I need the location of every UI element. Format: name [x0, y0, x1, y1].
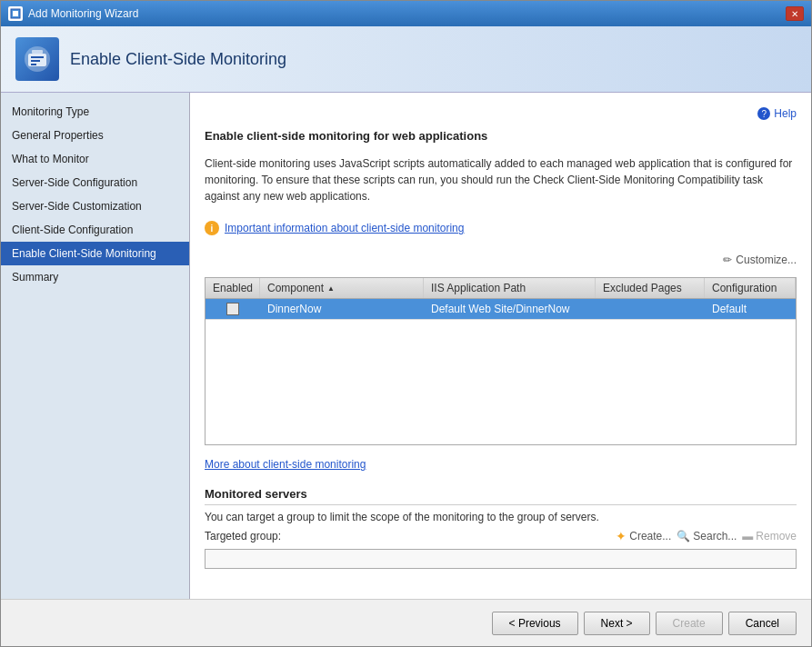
description: Client-side monitoring uses JavaScript s…: [205, 155, 797, 204]
svg-rect-7: [31, 64, 36, 65]
section-title: Enable client-side monitoring for web ap…: [205, 129, 797, 143]
svg-rect-4: [32, 50, 43, 54]
customize-row: ✏ Customize...: [205, 254, 797, 266]
help-circle-icon: ?: [757, 107, 770, 120]
sidebar-item-enable-client-side[interactable]: Enable Client-Side Monitoring: [1, 242, 189, 265]
title-bar-left: Add Monitoring Wizard: [8, 6, 138, 21]
monitored-section: Monitored servers You can target a group…: [205, 487, 797, 569]
targeted-actions: ✦ Create... 🔍 Search... ▬ Remove: [616, 529, 797, 543]
previous-button[interactable]: < Previous: [492, 612, 578, 635]
sort-icon: ▲: [327, 284, 335, 293]
customize-button[interactable]: ✏ Customize...: [723, 254, 797, 266]
grid-cell-component: DinnerNow: [260, 299, 424, 319]
pencil-icon: ✏: [723, 254, 732, 266]
header-title: Enable Client-Side Monitoring: [70, 50, 286, 69]
sidebar: Monitoring Type General Properties What …: [1, 93, 190, 599]
svg-rect-1: [13, 11, 18, 16]
next-button[interactable]: Next >: [584, 612, 650, 635]
header-icon: [15, 37, 59, 81]
sidebar-item-server-side-customization[interactable]: Server-Side Customization: [1, 194, 189, 218]
monitored-title: Monitored servers: [205, 487, 797, 505]
sidebar-item-server-side-configuration[interactable]: Server-Side Configuration: [1, 171, 189, 194]
help-link[interactable]: ? Help: [757, 107, 797, 120]
window-icon: [8, 6, 23, 21]
help-row: ? Help: [205, 107, 797, 120]
search-button[interactable]: 🔍 Search...: [677, 530, 737, 542]
title-bar: Add Monitoring Wizard ✕: [1, 1, 811, 26]
grid-cell-iis-path: Default Web Site/DinnerNow: [424, 299, 596, 319]
footer: < Previous Next > Create Cancel: [1, 599, 811, 646]
grid-cell-excluded-pages: [596, 299, 705, 319]
grid-header-configuration: Configuration: [705, 278, 796, 298]
table-row[interactable]: DinnerNow Default Web Site/DinnerNow Def…: [206, 299, 796, 320]
grid-body: DinnerNow Default Web Site/DinnerNow Def…: [206, 299, 796, 444]
svg-rect-5: [31, 56, 44, 58]
targeted-row: Targeted group: ✦ Create... 🔍 Search... …: [205, 529, 797, 543]
title-bar-controls: ✕: [786, 6, 804, 21]
customize-label: Customize...: [736, 254, 797, 266]
remove-icon: ▬: [742, 530, 753, 542]
targeted-label: Targeted group:: [205, 530, 281, 542]
grid-header-enabled: Enabled: [206, 278, 260, 298]
grid-cell-enabled: [206, 299, 260, 319]
create-button[interactable]: ✦ Create...: [616, 529, 671, 543]
create-footer-button[interactable]: Create: [656, 612, 723, 635]
search-icon: 🔍: [677, 530, 690, 542]
window-title: Add Monitoring Wizard: [28, 7, 138, 20]
window: Add Monitoring Wizard ✕ Enable Client-Si…: [0, 0, 812, 647]
main-content: ? Help Enable client-side monitoring for…: [190, 93, 811, 599]
sidebar-item-general-properties[interactable]: General Properties: [1, 124, 189, 147]
sidebar-item-what-to-monitor[interactable]: What to Monitor: [1, 147, 189, 171]
body: Monitoring Type General Properties What …: [1, 93, 811, 599]
help-label: Help: [774, 107, 797, 120]
remove-button[interactable]: ▬ Remove: [742, 530, 797, 542]
grid-header-component[interactable]: Component ▲: [260, 278, 424, 298]
info-icon: i: [205, 221, 219, 235]
grid-header-excluded-pages: Excluded Pages: [596, 278, 705, 298]
targeted-group-input[interactable]: [205, 549, 797, 569]
create-icon: ✦: [616, 529, 627, 543]
grid-header: Enabled Component ▲ IIS Application Path…: [206, 278, 796, 299]
header: Enable Client-Side Monitoring: [1, 26, 811, 93]
sidebar-item-client-side-configuration[interactable]: Client-Side Configuration: [1, 218, 189, 242]
grid-container: Enabled Component ▲ IIS Application Path…: [205, 277, 797, 445]
svg-rect-6: [31, 60, 40, 62]
info-link-row: i Important information about client-sid…: [205, 221, 797, 235]
sidebar-item-monitoring-type[interactable]: Monitoring Type: [1, 100, 189, 124]
enabled-checkbox[interactable]: [226, 303, 239, 315]
close-button[interactable]: ✕: [786, 6, 804, 21]
sidebar-item-summary[interactable]: Summary: [1, 265, 189, 289]
grid-cell-configuration: Default: [705, 299, 796, 319]
more-link[interactable]: More about client-side monitoring: [205, 458, 797, 471]
targeted-input-container: [205, 549, 797, 569]
info-link[interactable]: Important information about client-side …: [225, 222, 464, 234]
cancel-button[interactable]: Cancel: [728, 612, 797, 635]
grid-header-iis-path: IIS Application Path: [424, 278, 596, 298]
monitored-desc: You can target a group to limit the scop…: [205, 511, 797, 523]
